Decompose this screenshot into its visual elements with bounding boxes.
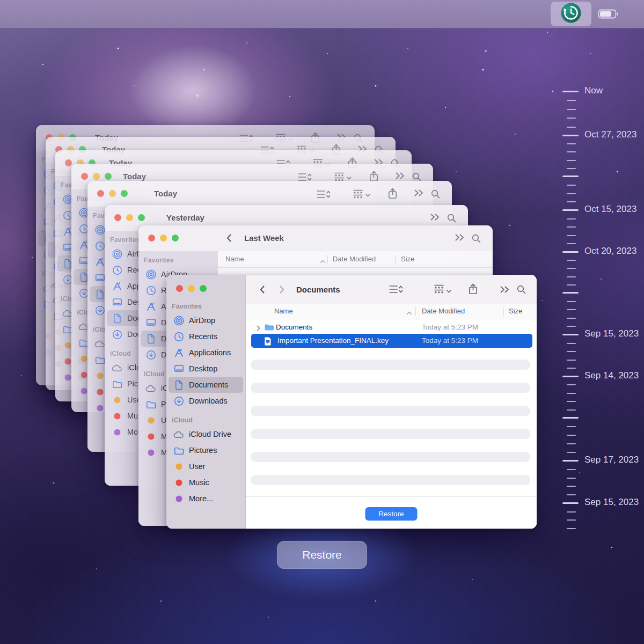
timeline-tick-major[interactable]: [562, 91, 579, 92]
zoom-button[interactable]: [172, 235, 179, 241]
table-row-important-presentation-final-key[interactable]: Important Presentation_FINAL.keyToday at…: [251, 334, 532, 348]
timeline-tick-minor[interactable]: [567, 393, 576, 394]
zoom-button[interactable]: [105, 173, 112, 180]
timeline-tick-minor[interactable]: [567, 218, 576, 219]
timeline-tick-minor[interactable]: [567, 226, 576, 228]
finder-window-documents[interactable]: Favorites AirDropRecentsApplicationsDesk…: [166, 275, 537, 529]
timeline-tick-minor[interactable]: [567, 309, 576, 310]
timeline-tick-minor[interactable]: [567, 478, 576, 479]
restore-button-main[interactable]: Restore: [277, 541, 367, 569]
zoom-button[interactable]: [138, 214, 145, 221]
more-toolbar-button[interactable]: [500, 286, 510, 293]
sidebar-item-pictures[interactable]: Pictures: [169, 442, 243, 458]
sidebar-item-desktop[interactable]: Desktop: [169, 361, 243, 377]
sidebar-item-user[interactable]: User: [169, 458, 243, 474]
timeline-tick-minor[interactable]: [567, 201, 576, 202]
timeline-tick-minor[interactable]: [567, 235, 576, 236]
timeline-tick-minor[interactable]: [567, 435, 576, 436]
sidebar-item-downloads[interactable]: Downloads: [169, 393, 243, 409]
grid-toolbar-button[interactable]: [353, 189, 370, 199]
timeline-tick-minor[interactable]: [567, 401, 576, 402]
column-size[interactable]: Size: [401, 255, 414, 263]
search-toolbar-button[interactable]: [412, 172, 421, 181]
restore-button-window[interactable]: Restore: [365, 507, 418, 521]
column-name[interactable]: Name: [225, 255, 244, 263]
sidebar-item-documents[interactable]: Documents: [169, 377, 243, 393]
timeline-tick-minor[interactable]: [567, 301, 576, 302]
timeline-tick-minor[interactable]: [567, 360, 576, 361]
column-name[interactable]: Name: [274, 307, 293, 315]
search-toolbar-button[interactable]: [472, 234, 481, 243]
timeline-tick-major[interactable]: [562, 334, 579, 335]
search-toolbar-button[interactable]: [431, 189, 440, 199]
timeline-tick-minor[interactable]: [567, 185, 576, 186]
minimize-button[interactable]: [109, 190, 116, 197]
timeline-tick-minor[interactable]: [567, 284, 576, 286]
timeline-tick-major[interactable]: [562, 376, 579, 377]
time-machine-menu-extra[interactable]: [551, 2, 591, 26]
back-button[interactable]: [226, 234, 231, 242]
close-button[interactable]: [81, 173, 88, 180]
timeline-tick-minor[interactable]: [567, 193, 576, 194]
minimize-button[interactable]: [93, 173, 100, 180]
timeline-tick-major[interactable]: [562, 209, 579, 211]
timeline-tick-minor[interactable]: [567, 168, 576, 169]
timeline-tick-minor[interactable]: [567, 409, 576, 411]
list-toolbar-button[interactable]: [317, 189, 331, 199]
minimize-button[interactable]: [188, 285, 195, 292]
share-button[interactable]: [469, 283, 478, 295]
timeline-tick-minor[interactable]: [567, 318, 576, 319]
timeline-tick-minor[interactable]: [567, 118, 576, 119]
timeline-tick-minor[interactable]: [567, 511, 576, 513]
more-toolbar-button[interactable]: [395, 172, 405, 179]
zoom-button[interactable]: [200, 285, 207, 292]
timeline-tick-minor[interactable]: [567, 469, 576, 470]
column-size[interactable]: Size: [509, 307, 522, 315]
timeline-tick-minor[interactable]: [567, 143, 576, 144]
sidebar-item-airdrop[interactable]: AirDrop: [169, 312, 243, 328]
timeline-tick-major[interactable]: [562, 135, 579, 136]
close-button[interactable]: [148, 235, 155, 241]
minimize-button[interactable]: [160, 235, 167, 241]
minimize-button[interactable]: [126, 214, 133, 221]
timeline-tick-minor[interactable]: [567, 343, 576, 344]
close-button[interactable]: [114, 214, 121, 221]
back-button[interactable]: [260, 286, 265, 294]
timeline-tick-minor[interactable]: [567, 351, 576, 352]
close-button[interactable]: [176, 285, 183, 292]
table-row-documents[interactable]: DocumentsToday at 5:23 PM: [246, 321, 537, 334]
close-button[interactable]: [65, 159, 72, 166]
more-toolbar-button[interactable]: [455, 234, 465, 241]
timeline-tick-minor[interactable]: [567, 276, 576, 277]
disclosure-chevron-icon[interactable]: [257, 325, 260, 333]
sidebar-item-more[interactable]: More...: [169, 491, 243, 507]
share-toolbar-button[interactable]: [369, 171, 378, 182]
timeline-tick-major[interactable]: [562, 460, 579, 462]
search-toolbar-button[interactable]: [447, 214, 456, 223]
more-toolbar-button[interactable]: [430, 214, 440, 221]
timeline-tick-major[interactable]: [562, 417, 579, 419]
column-date-modified[interactable]: Date Modified: [422, 307, 465, 315]
sidebar-item-icloud-drive[interactable]: iCloud Drive: [169, 426, 243, 442]
timeline-tick-minor[interactable]: [567, 160, 576, 161]
timeline-tick-minor[interactable]: [567, 443, 576, 444]
timeline-tick-minor[interactable]: [567, 127, 576, 128]
timeline-tick-minor[interactable]: [567, 260, 576, 261]
forward-button[interactable]: [280, 286, 284, 294]
zoom-button[interactable]: [121, 190, 128, 197]
timeline-tick-minor[interactable]: [567, 426, 576, 427]
timeline-tick-major[interactable]: [562, 292, 579, 294]
share-toolbar-button[interactable]: [388, 188, 397, 199]
timeline-tick-major[interactable]: [562, 251, 579, 253]
timeline-tick-major[interactable]: [562, 175, 579, 177]
timeline-tick-minor[interactable]: [567, 494, 576, 495]
timeline-tick-minor[interactable]: [567, 109, 576, 110]
search-button[interactable]: [517, 285, 526, 294]
timeline-tick-minor[interactable]: [567, 452, 576, 453]
sidebar-item-music[interactable]: Music: [169, 474, 243, 491]
timeline-tick-minor[interactable]: [567, 528, 576, 529]
close-button[interactable]: [97, 190, 104, 197]
group-view-button[interactable]: [434, 284, 451, 296]
column-date-modified[interactable]: Date Modified: [333, 255, 376, 263]
more-toolbar-button[interactable]: [414, 189, 424, 196]
